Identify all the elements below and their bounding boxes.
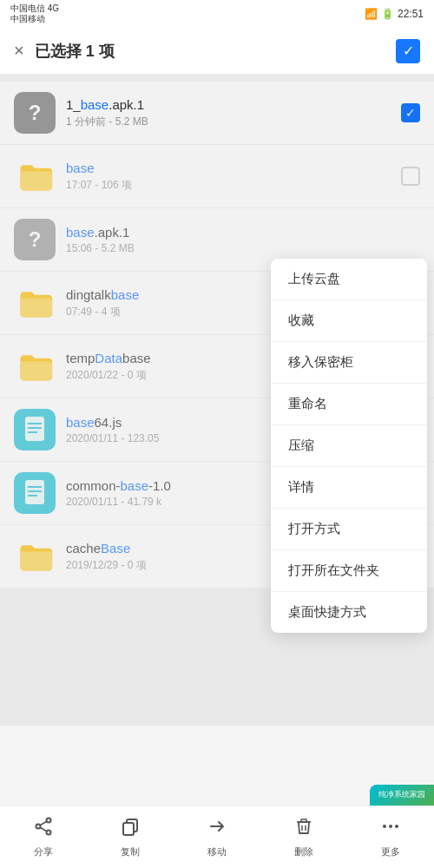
- status-bar: 中国电信 4G 中国移动 📶 🔋 22:51: [0, 0, 434, 28]
- more-icon: [380, 816, 401, 842]
- svg-point-18: [383, 825, 386, 828]
- check-all-icon: ✓: [403, 43, 414, 59]
- toolbar-more[interactable]: 更多: [347, 816, 434, 858]
- more-label: 更多: [381, 845, 400, 858]
- context-menu-item-rename[interactable]: 重命名: [271, 384, 427, 425]
- battery-icon: 🔋: [381, 8, 394, 20]
- svg-rect-14: [123, 823, 134, 835]
- context-menu-item-upload[interactable]: 上传云盘: [271, 259, 427, 300]
- svg-point-9: [47, 819, 51, 823]
- toolbar-delete[interactable]: 删除: [260, 816, 347, 858]
- toolbar-copy[interactable]: 复制: [87, 816, 174, 858]
- time: 22:51: [398, 8, 424, 20]
- context-menu-item-vault[interactable]: 移入保密柜: [271, 342, 427, 384]
- share-icon: [33, 816, 54, 842]
- watermark-text: 纯净系统家园: [378, 790, 425, 799]
- toolbar-move[interactable]: 移动: [174, 816, 260, 858]
- context-menu: 上传云盘 收藏 移入保密柜 重命名 压缩 详情 打开方式 打开所在文件夹 桌面快…: [271, 259, 427, 633]
- move-label: 移动: [207, 845, 227, 858]
- context-menu-item-detail[interactable]: 详情: [271, 467, 427, 509]
- context-menu-item-favorite[interactable]: 收藏: [271, 300, 427, 342]
- delete-icon: [293, 816, 314, 842]
- context-menu-item-open-with[interactable]: 打开方式: [271, 509, 427, 550]
- toolbar-share[interactable]: 分享: [0, 816, 87, 858]
- svg-line-11: [41, 822, 47, 825]
- carrier-info: 中国电信 4G 中国移动: [10, 3, 59, 24]
- bottom-toolbar: 分享 复制 移动 删除 更多: [0, 806, 434, 868]
- svg-point-10: [47, 831, 51, 835]
- copy-icon: [120, 816, 141, 842]
- signal-icon: 📶: [365, 8, 378, 20]
- page-title: 已选择 1 项: [35, 41, 396, 62]
- context-menu-item-open-folder[interactable]: 打开所在文件夹: [271, 550, 427, 592]
- svg-line-12: [41, 828, 47, 832]
- watermark: 纯净系统家园: [370, 785, 434, 806]
- svg-point-19: [389, 825, 392, 828]
- select-all-button[interactable]: ✓: [396, 39, 420, 63]
- close-button[interactable]: ×: [14, 41, 24, 61]
- header: × 已选择 1 项 ✓: [0, 28, 434, 75]
- svg-point-8: [36, 825, 41, 829]
- carrier2: 中国移动: [10, 14, 59, 24]
- context-menu-item-compress[interactable]: 压缩: [271, 425, 427, 467]
- delete-label: 删除: [294, 845, 313, 858]
- share-label: 分享: [34, 845, 53, 858]
- status-right: 📶 🔋 22:51: [365, 8, 424, 20]
- move-icon: [207, 816, 227, 842]
- copy-label: 复制: [121, 845, 140, 858]
- context-menu-item-shortcut[interactable]: 桌面快捷方式: [271, 592, 427, 633]
- carrier1: 中国电信 4G: [10, 3, 59, 14]
- svg-rect-15: [297, 821, 311, 823]
- svg-point-20: [395, 825, 398, 828]
